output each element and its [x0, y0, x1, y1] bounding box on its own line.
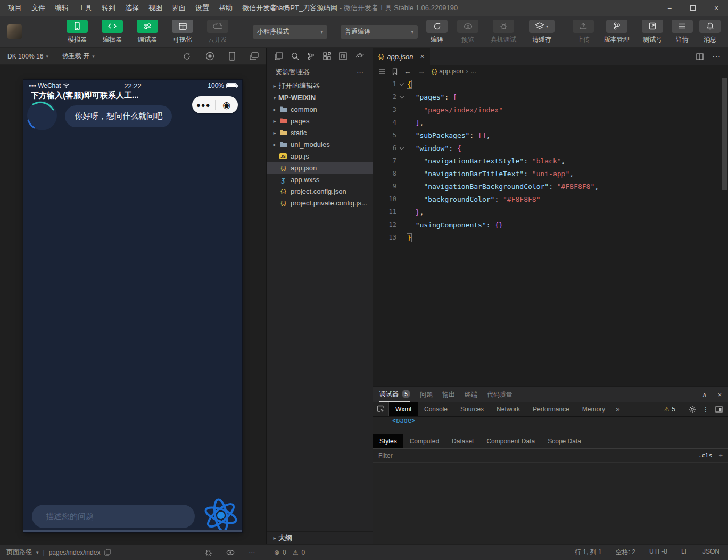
- debugger-tab-1[interactable]: 问题: [420, 387, 433, 402]
- menu-item-1[interactable]: 文件: [27, 3, 50, 13]
- bookmark-icon[interactable]: [392, 68, 398, 75]
- tree-item-project-config-json[interactable]: {..}project.config.json: [267, 185, 373, 197]
- menu-item-5[interactable]: 选择: [120, 3, 144, 13]
- debugger-tab-0[interactable]: 调试器5: [379, 387, 410, 402]
- dock-side-icon[interactable]: [715, 406, 723, 413]
- devtools-tab-performance[interactable]: Performance: [526, 402, 576, 416]
- simulator-toggle[interactable]: 模拟器: [63, 20, 91, 44]
- maximize-button[interactable]: [681, 0, 705, 16]
- devtools-tab-wxml[interactable]: Wxml: [389, 402, 418, 416]
- page-path-label[interactable]: 页面路径: [6, 548, 32, 557]
- filter-input[interactable]: Filter: [378, 452, 393, 459]
- tab-close-icon[interactable]: ×: [420, 52, 425, 61]
- home-circle-icon[interactable]: ◉: [216, 101, 238, 110]
- debugger-tab-2[interactable]: 输出: [442, 387, 455, 402]
- menu-item-3[interactable]: 工具: [73, 3, 97, 13]
- user-avatar[interactable]: [7, 24, 22, 39]
- open-editors-section[interactable]: ▸打开的编辑器: [267, 80, 373, 92]
- editor-more-icon[interactable]: ⋯: [712, 52, 721, 62]
- mode-select[interactable]: 小程序模式▾: [253, 25, 327, 39]
- minimize-button[interactable]: −: [658, 0, 681, 16]
- menu-item-7[interactable]: 界面: [167, 3, 191, 13]
- debugger-tab-3[interactable]: 终端: [465, 387, 477, 402]
- kebab-menu-icon[interactable]: ⋮: [702, 406, 709, 413]
- menu-item-6[interactable]: 视图: [144, 3, 167, 13]
- wxml-elements-pane[interactable]: <page>: [373, 417, 728, 423]
- compile-mode-select[interactable]: 普通编译▾: [341, 25, 418, 39]
- statusbar-more-icon[interactable]: ⋯: [249, 549, 255, 556]
- devtools-tab-network[interactable]: Network: [490, 402, 526, 416]
- device-frame-icon[interactable]: [229, 52, 235, 61]
- messages-button[interactable]: 消息: [699, 20, 721, 44]
- more-tabs-icon[interactable]: »: [611, 405, 624, 413]
- problems-summary[interactable]: ⊗ 0 ⚠ 0: [267, 549, 373, 556]
- warning-badge[interactable]: ⚠ 5: [664, 406, 675, 413]
- version-control-button[interactable]: 版本管理: [600, 20, 633, 44]
- fold-chevron-icon[interactable]: [396, 147, 407, 149]
- fold-chevron-icon[interactable]: [396, 84, 407, 85]
- files-icon[interactable]: [275, 52, 283, 60]
- language-mode[interactable]: JSON: [702, 548, 719, 557]
- source-control-icon[interactable]: [307, 52, 315, 60]
- editor-scrollbar[interactable]: [722, 78, 727, 190]
- indentation-setting[interactable]: 空格: 2: [616, 548, 635, 557]
- visualization-toggle[interactable]: 可视化: [169, 20, 196, 44]
- phone-bottom-scrollbar[interactable]: [23, 530, 242, 532]
- styles-tab-computed[interactable]: Computed: [403, 434, 445, 448]
- copy-path-icon[interactable]: [104, 549, 111, 556]
- details-button[interactable]: 详情: [672, 20, 693, 44]
- styles-tab-component-data[interactable]: Component Data: [480, 434, 541, 448]
- editor-toggle[interactable]: 编辑器: [98, 20, 126, 44]
- tree-item-project-private-config-js-[interactable]: {..}project.private.config.js...: [267, 197, 373, 209]
- add-style-icon[interactable]: +: [718, 451, 723, 459]
- tree-item-app-js[interactable]: JSapp.js: [267, 150, 373, 162]
- hot-reload-toggle[interactable]: 热重载 开▾: [62, 52, 95, 61]
- collapse-panel-icon[interactable]: ∧: [702, 391, 707, 399]
- breadcrumb-file[interactable]: {..} app.json › ...: [432, 68, 476, 75]
- tree-item-uni-modules[interactable]: ▸uni_modules: [267, 138, 373, 150]
- tree-item-app-json[interactable]: {..}app.json: [267, 162, 373, 174]
- statusbar-eye-icon[interactable]: [226, 550, 235, 555]
- nav-back-icon[interactable]: ←: [404, 67, 411, 76]
- menu-item-4[interactable]: 转到: [97, 3, 120, 13]
- question-input[interactable]: 描述您的问题: [32, 505, 195, 528]
- menu-item-2[interactable]: 编辑: [50, 3, 73, 13]
- tree-item-static[interactable]: ▸static: [267, 127, 373, 138]
- close-button[interactable]: ×: [705, 0, 728, 16]
- tree-item-app-wxss[interactable]: ʒapp.wxss: [267, 174, 373, 185]
- styles-tab-dataset[interactable]: Dataset: [445, 434, 480, 448]
- clear-cache-button[interactable]: ▾ 清缓存: [527, 20, 556, 44]
- split-editor-icon[interactable]: [696, 53, 704, 60]
- device-select[interactable]: DK 100% 16▾: [7, 53, 48, 60]
- multi-window-icon[interactable]: [250, 52, 259, 60]
- styles-tab-styles[interactable]: Styles: [373, 434, 403, 448]
- nav-forward-icon[interactable]: →: [418, 67, 425, 76]
- menu-item-0[interactable]: 项目: [3, 3, 27, 13]
- code-editor[interactable]: 1{2 "pages": [3 "pages/index/index"4 ],5…: [373, 78, 728, 386]
- extensions-icon[interactable]: [323, 52, 331, 60]
- tree-item-common[interactable]: ▸common: [267, 103, 373, 115]
- devtools-tab-sources[interactable]: Sources: [454, 402, 490, 416]
- devtools-tab-console[interactable]: Console: [418, 402, 454, 416]
- tree-item-pages[interactable]: ▸pages: [267, 115, 373, 127]
- outline-list-icon[interactable]: [378, 68, 386, 75]
- inspect-element-icon[interactable]: [373, 402, 389, 416]
- project-root[interactable]: ▾MP-WEIXIN: [267, 92, 373, 103]
- statusbar-bug-icon[interactable]: [204, 549, 212, 556]
- explorer-more-icon[interactable]: ⋯: [357, 68, 364, 76]
- rotate-icon[interactable]: [183, 52, 191, 61]
- search-icon[interactable]: [291, 52, 299, 60]
- settings-gear-icon[interactable]: [689, 406, 696, 413]
- device-debug-button[interactable]: 真机调试: [487, 20, 520, 44]
- menu-item-8[interactable]: 设置: [191, 3, 214, 13]
- record-icon[interactable]: [205, 52, 214, 61]
- upload-button[interactable]: 上传: [573, 20, 594, 44]
- eol-setting[interactable]: LF: [681, 548, 689, 557]
- close-panel-icon[interactable]: ×: [717, 391, 722, 399]
- debugger-toggle[interactable]: 调试器: [134, 20, 161, 44]
- npm-icon[interactable]: [339, 52, 347, 60]
- debugger-tab-4[interactable]: 代码质量: [487, 387, 512, 402]
- encoding-setting[interactable]: UTF-8: [649, 548, 667, 557]
- devtools-tab-memory[interactable]: Memory: [576, 402, 611, 416]
- test-account-button[interactable]: 测试号: [640, 20, 665, 44]
